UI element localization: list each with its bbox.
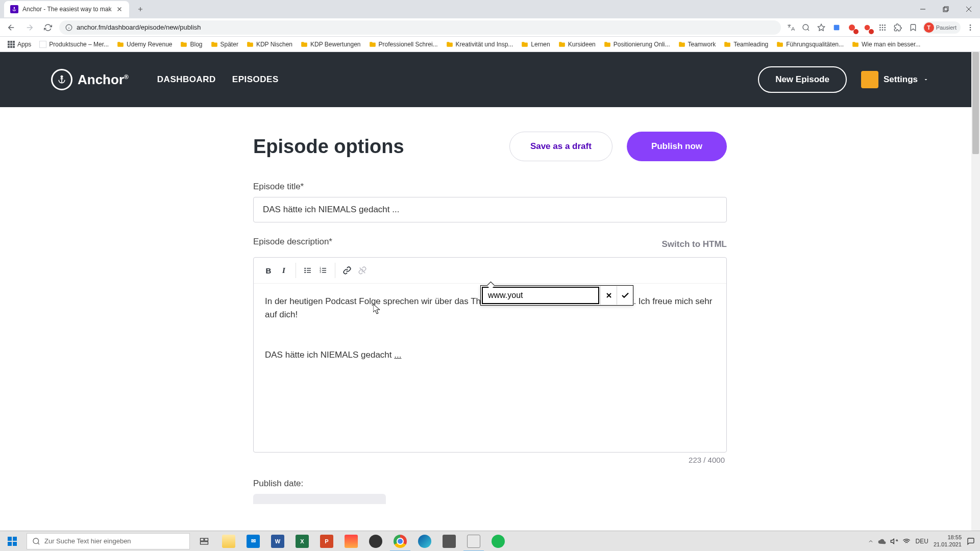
italic-button[interactable]: I [276, 263, 291, 278]
taskbar-word[interactable]: W [265, 531, 290, 552]
bookmark-item[interactable]: Teamleading [720, 39, 772, 50]
taskbar-obs[interactable] [363, 531, 388, 552]
tray-clock[interactable]: 18:55 21.01.2021 [934, 534, 962, 547]
bookmark-item[interactable]: Positionierung Onli... [600, 39, 674, 50]
taskbar-chrome[interactable] [388, 531, 412, 552]
bookmark-item[interactable]: Kreativität und Insp... [443, 39, 517, 50]
desc-text: DAS hätte ich NIEMALS gedacht [265, 350, 394, 360]
user-chip[interactable]: T Pausiert [923, 21, 961, 34]
episode-title-group: Episode title* [253, 182, 727, 222]
taskbar-excel[interactable]: X [290, 531, 314, 552]
anchor-logo[interactable]: Anchor® [51, 69, 129, 90]
maximize-button[interactable] [934, 2, 957, 17]
new-tab-button[interactable] [133, 2, 148, 16]
extension-icon-2[interactable] [846, 22, 857, 33]
svg-point-11 [881, 27, 883, 28]
start-button[interactable] [0, 531, 24, 552]
nav-episodes[interactable]: EPISODES [232, 74, 279, 85]
unlink-button[interactable] [355, 263, 370, 278]
publish-now-button[interactable]: Publish now [627, 132, 727, 161]
nav-dashboard[interactable]: DASHBOARD [157, 74, 216, 85]
reload-button[interactable] [41, 20, 55, 35]
minimize-button[interactable] [911, 2, 934, 17]
forward-button[interactable] [22, 20, 37, 35]
browser-tab[interactable]: Anchor - The easiest way to mak [4, 1, 129, 17]
folder-icon [678, 41, 685, 48]
bookmark-label: Kreativität und Insp... [456, 41, 513, 48]
taskbar-edge[interactable] [412, 531, 437, 552]
site-info-icon[interactable] [65, 24, 72, 31]
taskbar-mail[interactable]: ✉ [241, 531, 265, 552]
close-window-button[interactable] [957, 2, 980, 17]
taskbar-explorer[interactable] [216, 531, 241, 552]
link-url-input[interactable] [482, 287, 599, 304]
svg-point-23 [304, 272, 306, 273]
tray-notifications-icon[interactable] [967, 537, 975, 545]
taskbar-search[interactable]: Zur Suche Text hier eingeben [27, 533, 190, 549]
back-button[interactable] [4, 20, 18, 35]
taskbar-app-2[interactable] [437, 531, 461, 552]
bookmark-item[interactable]: Lernen [518, 39, 553, 50]
bookmark-star-icon[interactable] [816, 22, 827, 33]
zoom-icon[interactable] [800, 22, 812, 33]
tray-volume-icon[interactable] [890, 537, 898, 545]
taskbar-app-3[interactable] [461, 531, 486, 552]
bookmark-item[interactable]: Produktsuche – Mer... [36, 39, 112, 50]
bookmark-label: Wie man ein besser... [862, 41, 920, 48]
link-button[interactable] [339, 263, 355, 278]
bookmark-label: Kursideen [568, 41, 596, 48]
taskbar-app-1[interactable] [339, 531, 363, 552]
extensions-puzzle-icon[interactable] [892, 22, 903, 33]
extension-icon-3[interactable] [862, 22, 873, 33]
link-confirm-button[interactable] [617, 286, 633, 305]
reading-list-icon[interactable] [908, 22, 919, 33]
settings-dropdown[interactable]: Settings [861, 71, 929, 88]
extension-icon-4[interactable] [877, 22, 888, 33]
task-view-button[interactable] [192, 531, 216, 552]
new-episode-button[interactable]: New Episode [758, 66, 847, 93]
svg-point-8 [881, 24, 883, 26]
bookmark-item[interactable]: Udemy Revenue [113, 39, 176, 50]
bookmark-item[interactable]: Kursideen [555, 39, 599, 50]
translate-icon[interactable] [785, 22, 796, 33]
bookmark-item[interactable]: Apps [4, 39, 35, 50]
bookmark-item[interactable]: Professionell Schrei... [365, 39, 442, 50]
chrome-menu-icon[interactable] [965, 22, 976, 33]
taskbar-spotify[interactable] [486, 531, 510, 552]
tray-onedrive-icon[interactable] [878, 537, 886, 545]
folder-icon [301, 41, 308, 48]
scrollbar-thumb[interactable] [972, 52, 979, 154]
bookmark-item[interactable]: KDP Nischen [243, 39, 296, 50]
logo-text: Anchor [78, 72, 124, 87]
bookmark-item[interactable]: KDP Bewertungen [297, 39, 364, 50]
bookmark-item[interactable]: Teamwork [675, 39, 720, 50]
bookmark-label: Lernen [531, 41, 550, 48]
episode-title-input[interactable] [253, 197, 727, 222]
editor-content[interactable]: In der heutigen Podcast Folge sprechen w… [254, 284, 726, 452]
editor-toolbar: B I 123 [254, 258, 726, 284]
ordered-list-button[interactable]: 123 [315, 263, 331, 278]
url-text: anchor.fm/dashboard/episode/new/publish [77, 23, 201, 31]
close-tab-icon[interactable] [116, 6, 123, 13]
tray-chevron-up-icon[interactable] [868, 538, 874, 544]
settings-label: Settings [884, 74, 918, 85]
vertical-scrollbar[interactable] [971, 52, 980, 531]
tray-wifi-icon[interactable] [902, 537, 911, 545]
user-status: Pausiert [936, 24, 957, 31]
bookmark-item[interactable]: Wie man ein besser... [848, 39, 924, 50]
taskbar-powerpoint[interactable]: P [314, 531, 339, 552]
link-cancel-button[interactable] [600, 286, 617, 305]
bookmark-item[interactable]: Später [207, 39, 242, 50]
save-draft-button[interactable]: Save as a draft [509, 132, 612, 161]
unordered-list-button[interactable] [300, 263, 315, 278]
switch-to-html-button[interactable]: Switch to HTML [662, 239, 727, 249]
bold-button[interactable]: B [261, 263, 276, 278]
tray-language[interactable]: DEU [916, 538, 928, 545]
extension-icon-1[interactable] [831, 22, 842, 33]
tab-title: Anchor - The easiest way to mak [22, 6, 112, 13]
bookmark-item[interactable]: Blog [177, 39, 206, 50]
bookmark-item[interactable]: Führungsqualitäten... [773, 39, 847, 50]
folder-icon [180, 41, 187, 48]
url-field[interactable]: anchor.fm/dashboard/episode/new/publish [59, 20, 781, 35]
publish-date-selector[interactable] [253, 494, 386, 504]
